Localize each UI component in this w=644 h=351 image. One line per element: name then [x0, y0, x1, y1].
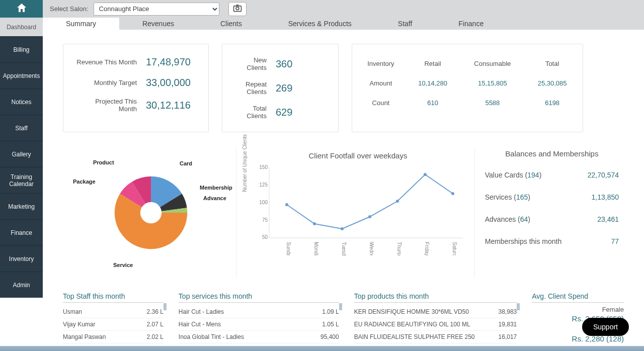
- list-item: Hair Cut - Mens1.05 L: [179, 318, 339, 331]
- inv-head: Inventory: [356, 54, 406, 73]
- inv-head: Retail: [407, 54, 459, 73]
- clients-card: New Clients360 Repeat Clients269 Total C…: [222, 44, 339, 132]
- tab-services-products[interactable]: Services & Products: [265, 18, 375, 30]
- inv-head: Consumable: [460, 54, 525, 73]
- svg-point-10: [313, 222, 316, 225]
- rev-label: Revenue This Month: [75, 58, 146, 66]
- pie-svg: [108, 162, 194, 263]
- pie-chart: Product Card Membership Advance Package …: [63, 147, 236, 278]
- inv-label: Amount: [356, 74, 406, 93]
- svg-text:Thursday: Thursday: [396, 242, 402, 255]
- list-item: KER DENSIFIQUE HOMME 30*6ML VD5038,983: [354, 306, 517, 318]
- list-item: EU RADIANCE BEAUTIFYING OIL 100 ML19,831: [354, 318, 517, 331]
- tab-summary[interactable]: Summary: [43, 18, 119, 30]
- pie-label-membership: Membership: [200, 185, 232, 191]
- sidebar-item-staff[interactable]: Staff: [0, 115, 43, 141]
- svg-text:Monday: Monday: [313, 242, 319, 255]
- home-button[interactable]: [0, 0, 43, 18]
- sidebar-item-notices[interactable]: Notices: [0, 89, 43, 115]
- inv-head: Total: [526, 54, 579, 73]
- scroll-thumb[interactable]: [517, 303, 520, 310]
- list-head: Avg. Client Spend: [532, 292, 624, 303]
- svg-point-15: [451, 192, 454, 195]
- pie-label-service: Service: [113, 262, 133, 268]
- scroll-thumb[interactable]: [164, 303, 167, 310]
- svg-point-9: [285, 203, 288, 206]
- svg-point-12: [368, 215, 371, 218]
- svg-point-14: [424, 173, 427, 176]
- clients-value: 360: [276, 58, 326, 70]
- pie-label-advance: Advance: [203, 195, 226, 201]
- sidebar-item-marketing[interactable]: Marketing: [0, 193, 43, 219]
- sidebar-item-gallery[interactable]: Gallery: [0, 141, 43, 167]
- svg-point-1: [236, 7, 239, 10]
- rev-label: Projected This Month: [75, 98, 146, 113]
- tab-clients[interactable]: Clients: [197, 18, 265, 30]
- salon-select[interactable]: Connaught Place: [94, 3, 219, 16]
- clients-value: 269: [276, 82, 326, 94]
- revenue-card: Revenue This Month17,48,970 Monthly Targ…: [63, 44, 209, 132]
- screenshot-button[interactable]: [228, 2, 247, 16]
- rev-value: 30,12,116: [146, 100, 196, 111]
- line-chart: Client Footfall over weekdays Number of …: [242, 147, 475, 278]
- bal-value: 23,461: [597, 215, 619, 223]
- rev-value: 17,48,970: [146, 56, 196, 68]
- sidebar-item-admin[interactable]: Admin: [0, 272, 43, 298]
- sidebar-item-finance[interactable]: Finance: [0, 219, 43, 245]
- inv-val: 15,15,805: [460, 74, 525, 93]
- list-head: Top services this month: [179, 292, 339, 303]
- list-item: Hair Cut - Ladies1.09 L: [179, 306, 339, 318]
- list-head: Top Staff this month: [63, 292, 164, 303]
- sidebar-item-inventory[interactable]: Inventory: [0, 245, 43, 272]
- sidebar-item-appointments[interactable]: Appointments: [0, 62, 43, 89]
- svg-point-11: [341, 227, 344, 230]
- bal-value: 77: [611, 237, 619, 245]
- svg-text:125: 125: [260, 182, 268, 188]
- clients-label: Repeat Clients: [234, 80, 276, 96]
- tab-revenues[interactable]: Revenues: [119, 18, 197, 30]
- inv-val: 6198: [526, 94, 579, 112]
- line-ylabel: Number of Unique Clients: [242, 134, 248, 192]
- bal-title: Balances and Memberships: [485, 149, 619, 158]
- balances-panel: Balances and Memberships Value Cards (19…: [480, 147, 624, 278]
- sidebar-item-dashboard[interactable]: Dashboard: [0, 18, 43, 36]
- list-item: Inoa Global Tint - Ladies95,400: [179, 331, 339, 343]
- line-title: Client Footfall over weekdays: [242, 151, 474, 160]
- clients-label: Total Clients: [234, 105, 276, 120]
- inv-val: 610: [407, 94, 459, 112]
- rev-label: Monthly Target: [75, 79, 146, 86]
- svg-text:Saturday: Saturday: [452, 242, 457, 255]
- inventory-card: InventoryRetailConsumableTotal Amount10,…: [352, 44, 583, 132]
- footer-bar: [0, 346, 644, 351]
- list-item: Mangal Paswan2.02 L: [63, 331, 164, 343]
- tab-staff[interactable]: Staff: [375, 18, 436, 30]
- svg-text:50: 50: [262, 234, 268, 240]
- scroll-thumb[interactable]: [339, 303, 342, 310]
- salon-label: Select Salon:: [50, 5, 89, 13]
- pie-label-product: Product: [93, 159, 114, 165]
- list-head: Top products this month: [354, 292, 517, 303]
- svg-text:Tuesday: Tuesday: [341, 242, 347, 255]
- sidebar-item-billing[interactable]: Billing: [0, 36, 43, 62]
- top-services: Top services this month Hair Cut - Ladie…: [179, 292, 339, 351]
- inv-val: 10,14,280: [407, 74, 459, 93]
- list-item: Vijay Kumar2.07 L: [63, 318, 164, 331]
- inv-label: Count: [356, 94, 406, 112]
- sidebar-item-training[interactable]: Training Calendar: [0, 167, 43, 193]
- list-item: Usman2.36 L: [63, 306, 164, 318]
- home-icon: [16, 2, 28, 16]
- svg-text:100: 100: [260, 200, 268, 205]
- line-svg: 1501251007550 SundayMondayTuesdayWednesd…: [257, 162, 473, 255]
- tab-finance[interactable]: Finance: [435, 18, 507, 30]
- clients-label: New Clients: [234, 56, 276, 71]
- top-staff: Top Staff this month Usman2.36 LVijay Ku…: [63, 292, 164, 351]
- svg-text:75: 75: [262, 217, 268, 223]
- inv-val: 5588: [460, 94, 525, 112]
- support-button[interactable]: Support: [582, 318, 629, 336]
- camera-icon: [232, 3, 243, 15]
- pie-label-package: Package: [73, 179, 96, 185]
- sidebar: Dashboard Billing Appointments Notices S…: [0, 18, 43, 298]
- tabs: Summary Revenues Clients Services & Prod…: [0, 18, 644, 30]
- topbar: Select Salon: Connaught Place: [0, 0, 644, 18]
- pie-label-card: Card: [180, 160, 192, 166]
